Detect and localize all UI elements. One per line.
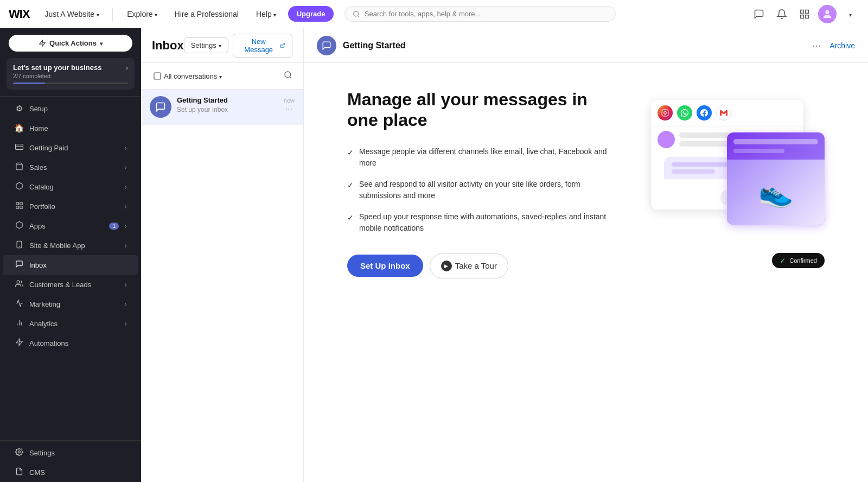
sidebar-item-apps[interactable]: Apps 1 <box>3 216 138 236</box>
setup-banner-subtitle: 2/7 completed <box>13 73 128 79</box>
main-layout: Quick Actions Let's set up your business… <box>0 28 868 482</box>
catalog-icon <box>14 182 24 192</box>
whatsapp-platform-icon <box>677 105 692 120</box>
conv-header-right: ··· Archive <box>812 39 855 52</box>
conv-preview: Set up your Inbox <box>177 106 228 113</box>
illustration-shoe-area: 👟 <box>727 160 825 225</box>
upgrade-button[interactable]: Upgrade <box>288 6 334 22</box>
conversation-list: Getting Started now Set up your Inbox ··… <box>141 90 303 482</box>
svg-point-22 <box>18 451 20 453</box>
archive-link[interactable]: Archive <box>829 41 855 50</box>
inbox-header-actions: Settings New Message <box>184 34 292 58</box>
sidebar-item-cms[interactable]: CMS <box>3 462 138 482</box>
filter-bar: All conversations <box>141 63 303 90</box>
site-name-dropdown[interactable]: Just A Website <box>41 8 104 21</box>
svg-point-6 <box>825 10 829 14</box>
conv-time: now <box>284 97 295 104</box>
nav-divider-1 <box>112 8 113 21</box>
inbox-sidebar-icon <box>14 260 24 270</box>
svg-marker-7 <box>40 40 46 47</box>
getting-started-conv-content: Getting Started now Set up your Inbox ··… <box>177 96 295 114</box>
automations-icon <box>14 338 24 348</box>
svg-rect-27 <box>662 110 668 116</box>
quick-actions-button[interactable]: Quick Actions <box>9 35 132 52</box>
welcome-text-block: Manage all your messages in one place ✓ … <box>347 89 608 278</box>
chat-icon-button[interactable] <box>750 5 768 23</box>
portfolio-chevron-icon <box>124 202 127 211</box>
sidebar: Quick Actions Let's set up your business… <box>0 28 141 482</box>
conv-more-button[interactable]: ··· <box>283 104 295 114</box>
svg-marker-21 <box>16 339 22 346</box>
grid-icon <box>799 9 810 20</box>
setup-icon: ⚙ <box>14 104 24 113</box>
filter-checkbox-icon <box>153 72 162 80</box>
sidebar-item-inbox[interactable]: Inbox <box>3 255 138 275</box>
illustration-purple-card: 👟 <box>727 132 825 225</box>
setup-inbox-button[interactable]: Set Up Inbox <box>347 255 423 277</box>
main-content: Getting Started ··· Archive Manage all y… <box>304 28 868 482</box>
sales-chevron-icon <box>124 163 127 172</box>
account-chevron-button[interactable] <box>841 5 859 23</box>
site-mobile-icon <box>14 240 24 250</box>
illustration-platform-icons <box>651 100 803 126</box>
sales-icon <box>14 162 24 172</box>
feature-item-2: ✓ See and respond to all visitor activit… <box>347 179 608 201</box>
svg-line-26 <box>290 77 291 78</box>
instagram-platform-icon <box>658 105 673 120</box>
conversation-search-button[interactable] <box>282 68 295 84</box>
svg-rect-24 <box>154 73 161 79</box>
conversation-header-name: Getting Started <box>343 41 406 50</box>
analytics-chevron-icon <box>124 319 127 328</box>
sidebar-item-sales[interactable]: Sales <box>3 157 138 177</box>
welcome-illustration: 👟 ✓ Confirmed <box>640 89 825 274</box>
external-link-icon <box>280 42 285 49</box>
sidebar-item-marketing[interactable]: Marketing <box>3 294 138 314</box>
svg-rect-13 <box>16 206 18 208</box>
all-conversations-filter[interactable]: All conversations <box>150 69 225 83</box>
site-mobile-chevron-icon <box>124 241 127 250</box>
sidebar-item-customers-leads[interactable]: Customers & Leads <box>3 275 138 294</box>
sidebar-item-catalog[interactable]: Catalog <box>3 177 138 196</box>
sidebar-item-portfolio[interactable]: Portfolio <box>3 196 138 216</box>
sidebar-item-home[interactable]: 🏠 Home <box>3 118 138 138</box>
wix-logo: WIX <box>9 7 30 21</box>
hire-professional-nav-link[interactable]: Hire a Professional <box>169 8 244 21</box>
conversation-more-button[interactable]: ··· <box>812 39 821 52</box>
sidebar-divider-1 <box>0 96 141 97</box>
welcome-title: Manage all your messages in one place <box>347 89 608 131</box>
sidebar-item-settings[interactable]: Settings <box>3 443 138 462</box>
inbox-settings-button[interactable]: Settings <box>184 37 228 53</box>
user-avatar-button[interactable] <box>818 5 837 23</box>
conversation-item-getting-started[interactable]: Getting Started now Set up your Inbox ··… <box>141 90 303 125</box>
purple-bar-1 <box>733 139 818 144</box>
sidebar-item-site-mobile[interactable]: Site & Mobile App <box>3 236 138 255</box>
conv-header-avatar <box>317 36 336 55</box>
inbox-title: Inbox <box>152 39 184 53</box>
bell-icon <box>776 9 787 20</box>
getting-paid-icon <box>14 143 24 153</box>
illustration-purple-inner <box>727 132 825 160</box>
conv-name: Getting Started <box>177 96 228 104</box>
notification-bell-button[interactable] <box>773 5 791 23</box>
sidebar-item-analytics[interactable]: Analytics <box>3 314 138 333</box>
gmail-platform-icon <box>716 105 731 120</box>
search-input[interactable] <box>365 10 608 18</box>
grid-menu-button[interactable] <box>795 5 814 23</box>
inbox-panel-header: Inbox Settings New Message <box>141 28 303 63</box>
setup-banner[interactable]: Let's set up your business › 2/7 complet… <box>7 58 135 90</box>
sidebar-divider-2 <box>0 440 141 441</box>
new-message-button[interactable]: New Message <box>233 34 292 58</box>
feature-list: ✓ Message people via different channels … <box>347 146 608 234</box>
explore-nav-link[interactable]: Explore <box>122 8 162 21</box>
sidebar-item-getting-paid[interactable]: Getting Paid <box>3 138 138 157</box>
top-nav-icons <box>750 5 859 23</box>
sidebar-item-automations[interactable]: Automations <box>3 333 138 353</box>
sidebar-item-setup[interactable]: ⚙ Setup <box>3 99 138 118</box>
svg-rect-2 <box>801 10 804 13</box>
take-tour-button[interactable]: ▶ Take a Tour <box>430 253 508 278</box>
explore-chevron-icon <box>155 10 157 18</box>
help-nav-link[interactable]: Help <box>251 8 282 21</box>
inbox-avatar-icon <box>155 102 166 112</box>
apps-badge: 1 <box>109 223 119 230</box>
svg-rect-4 <box>801 15 804 18</box>
